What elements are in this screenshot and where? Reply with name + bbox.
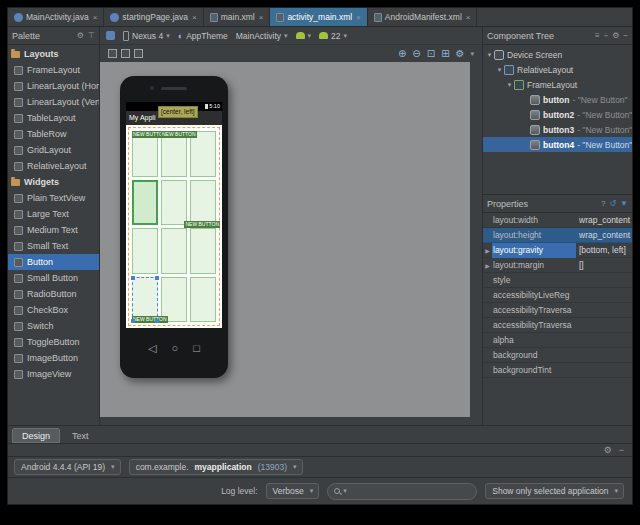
palette-item[interactable]: Large Text [8,206,99,222]
editor-mode-tab[interactable]: Design [12,428,60,443]
gear-icon[interactable]: ⚙ [77,31,84,40]
tree-expander-icon[interactable]: ▼ [495,67,504,73]
button-widget[interactable] [161,228,187,274]
tree-expander-icon[interactable]: ▼ [505,82,514,88]
button-widget[interactable] [132,228,158,274]
revert-icon[interactable]: ↺ [609,199,616,208]
property-row[interactable]: background [483,348,632,363]
property-value[interactable]: wrap_content [576,230,632,240]
expand-arrow-icon[interactable]: ▶ [483,247,492,254]
palette-item[interactable]: TableRow [8,126,99,142]
palette-item[interactable]: LinearLayout (Vertic [8,94,99,110]
editor-tab[interactable]: main.xml × [204,8,271,26]
editor-tab[interactable]: MainActivity.java × [8,8,104,26]
zoom-in-icon[interactable]: ⊕ [398,49,406,59]
property-row[interactable]: ▶ layout:gravity [bottom, left] [483,243,632,258]
theme-selector[interactable]: ◐ AppTheme [178,31,228,41]
layout-content[interactable]: NEW BUTTON [126,125,222,328]
editor-tab[interactable]: startingPage.java × [104,8,203,26]
palette-item[interactable]: RelativeLayout [8,158,99,174]
device-dropdown[interactable]: Android 4.4.4 (API 19) ▾ [14,459,121,475]
button-widget[interactable] [132,180,158,226]
close-tab-icon[interactable]: × [259,13,264,22]
minimize-icon[interactable]: − [619,445,624,455]
design-mode-icon[interactable] [108,49,117,58]
palette-item[interactable]: Medium Text [8,222,99,238]
blueprint-mode-icon[interactable] [121,49,130,58]
log-level-dropdown[interactable]: Verbose ▾ [266,483,320,499]
tree-item[interactable]: ▼ Device Screen [483,47,632,62]
palette-item[interactable]: Button [8,254,99,270]
logcat-search-box[interactable]: ▾ [327,483,477,500]
button-widget[interactable]: NEW BUTTON [132,131,158,177]
property-row[interactable]: accessibilityTraversa [483,318,632,333]
activity-selector[interactable]: MainActivity ▾ [236,31,288,41]
property-row[interactable]: layout:width wrap_content [483,213,632,228]
help-icon[interactable]: ? [601,199,605,208]
tree-item[interactable]: button3 - "New Button" [483,122,632,137]
editor-tab[interactable]: AndroidManifest.xml × [368,8,478,26]
property-value[interactable]: [bottom, left] [576,245,632,255]
expand-all-icon[interactable]: ≡ [595,31,600,40]
logcat-search-input[interactable] [350,486,470,496]
property-value[interactable]: wrap_content [576,215,632,225]
property-row[interactable]: ▶ layout:margin [] [483,258,632,273]
design-canvas[interactable]: 5:10 My Appli [100,62,470,417]
preview-settings-gear-icon[interactable]: ⚙ [456,49,465,59]
palette-item[interactable]: TableLayout [8,110,99,126]
palette-item[interactable]: RadioButton [8,286,99,302]
button-widget[interactable] [190,228,216,274]
property-row[interactable]: alpha [483,333,632,348]
gear-icon[interactable]: ⚙ [612,31,619,40]
tree-item[interactable]: ▼ RelativeLayout [483,62,632,77]
tree-item[interactable]: ▼ FrameLayout [483,77,632,92]
zoom-fit-icon[interactable]: ⊞ [441,49,449,59]
both-mode-icon[interactable] [134,49,143,58]
palette-item[interactable]: Switch [8,318,99,334]
button-widget[interactable]: NEW BUTTON [161,131,187,177]
tree-item[interactable]: button - "New Button" [483,92,632,107]
editor-tab[interactable]: activity_main.xml × [270,8,367,26]
selection-handle[interactable] [131,276,135,280]
logcat-filter-dropdown[interactable]: Show only selected application ▾ [485,483,624,499]
property-row[interactable]: style [483,273,632,288]
process-dropdown[interactable]: com.example.myapplication (13903) ▾ [129,459,303,475]
locale-selector[interactable]: ▾ [296,32,312,40]
palette-item[interactable]: Small Text [8,238,99,254]
expand-arrow-icon[interactable]: ▶ [483,262,492,269]
filter-funnel-icon[interactable]: ▼ [620,199,628,208]
close-tab-icon[interactable]: × [356,13,361,22]
close-tab-icon[interactable]: × [466,13,471,22]
palette-item[interactable]: ToggleButton [8,334,99,350]
tree-expander-icon[interactable]: ▼ [485,52,494,58]
button-widget[interactable] [161,180,187,226]
zoom-actual-icon[interactable]: ⊡ [427,49,435,59]
button-widget[interactable] [190,277,216,323]
selection-handle[interactable] [155,276,159,280]
device-screen[interactable]: 5:10 My Appli [126,102,222,328]
collapse-all-icon[interactable]: ÷ [604,31,608,40]
property-row[interactable]: accessibilityLiveReg [483,288,632,303]
palette-item[interactable]: GridLayout [8,142,99,158]
property-row[interactable]: accessibilityTraversa [483,303,632,318]
tree-item[interactable]: button2 - "New Button" [483,107,632,122]
close-tab-icon[interactable]: × [192,13,197,22]
palette-item[interactable]: ImageView [8,366,99,382]
button-widget[interactable] [190,180,216,226]
api-selector[interactable]: 22 ▾ [319,31,347,41]
palette-item[interactable]: CheckBox [8,302,99,318]
property-value[interactable]: [] [576,260,632,270]
zoom-out-icon[interactable]: ⊖ [412,49,420,59]
close-tab-icon[interactable]: × [93,13,98,22]
palette-section-widgets[interactable]: Widgets [8,174,99,190]
property-row[interactable]: backgroundTint [483,363,632,378]
selection-handle[interactable] [155,319,159,323]
button-widget[interactable]: NEW BUTTON [132,277,158,323]
palette-item[interactable]: Small Button [8,270,99,286]
device-selector[interactable]: Nexus 4 ▾ [123,31,170,41]
property-row[interactable]: layout:height wrap_content [483,228,632,243]
gear-icon[interactable]: ⚙ [604,445,612,455]
pin-icon[interactable]: ⊤ [88,31,95,40]
tree-item[interactable]: button4 - "New Button" [483,137,632,152]
palette-item[interactable]: LinearLayout (Horiz [8,78,99,94]
